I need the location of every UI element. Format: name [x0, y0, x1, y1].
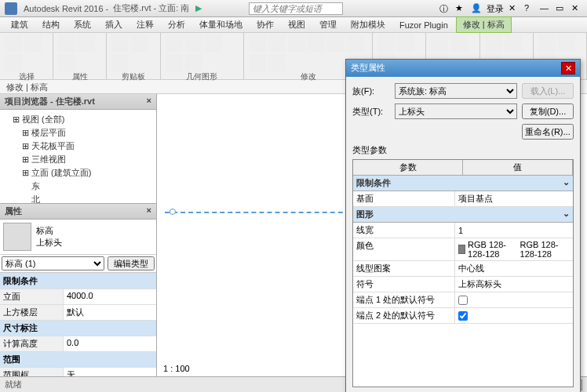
ribbon-tool[interactable]: [558, 34, 575, 52]
menu-4[interactable]: 注释: [130, 17, 160, 32]
menu-11[interactable]: Fuzor Plugin: [393, 19, 454, 31]
param-value[interactable]: 1: [455, 223, 573, 238]
ribbon-tool[interactable]: [24, 34, 42, 52]
ribbon-tool[interactable]: [347, 34, 364, 52]
section-graphics[interactable]: 图形⌄: [353, 207, 573, 223]
menu-7[interactable]: 协作: [250, 17, 280, 32]
menu-6[interactable]: 体量和场地: [193, 17, 249, 32]
maximize-icon[interactable]: ▭: [556, 3, 567, 14]
ribbon-tool[interactable]: [327, 34, 345, 52]
type-select[interactable]: 上标头: [395, 103, 517, 119]
ribbon-tool[interactable]: [249, 34, 266, 52]
prop-row: 计算高度0.0: [0, 336, 156, 351]
ribbon-tool[interactable]: [450, 34, 468, 52]
param-value[interactable]: 中心线: [455, 261, 573, 276]
menu-2[interactable]: 系统: [67, 17, 97, 32]
info-icon[interactable]: ⓘ: [439, 3, 450, 14]
ribbon-tool[interactable]: [78, 34, 95, 52]
type-selector-head[interactable]: 标高 上标头: [0, 220, 156, 254]
param-name: 基面: [353, 191, 455, 206]
prop-value[interactable]: 4000.0: [63, 289, 156, 304]
level-endpoint[interactable]: [170, 209, 176, 215]
edit-type-button[interactable]: 编辑类型: [108, 256, 155, 270]
dialog-close-icon[interactable]: ✕: [561, 62, 575, 74]
panel-close-icon[interactable]: ×: [147, 205, 151, 217]
color-swatch[interactable]: [458, 245, 465, 254]
help-icon[interactable]: ?: [524, 3, 535, 14]
ribbon-tool[interactable]: [5, 34, 22, 52]
tree-item[interactable]: 东: [3, 180, 153, 193]
ribbon-tool[interactable]: [205, 34, 222, 52]
prop-value[interactable]: 无: [63, 368, 156, 376]
left-panel: 项目浏览器 - 住宅楼.rvt × ⊞ 视图 (全部)⊞ 楼层平面⊞ 天花板平面…: [0, 94, 157, 376]
project-browser-tree[interactable]: ⊞ 视图 (全部)⊞ 楼层平面⊞ 天花板平面⊞ 三维视图⊞ 立面 (建筑立面)东…: [0, 110, 156, 204]
ribbon-tool[interactable]: [377, 34, 395, 52]
ribbon-tool[interactable]: [268, 54, 286, 71]
menu-9[interactable]: 管理: [313, 17, 343, 32]
section-constraints[interactable]: 限制条件⌄: [353, 176, 573, 191]
star-icon[interactable]: ★: [455, 3, 466, 14]
param-checkbox[interactable]: [458, 296, 468, 305]
menu-1[interactable]: 结构: [36, 17, 66, 32]
ribbon-tool[interactable]: [268, 34, 286, 52]
prop-value[interactable]: 默认: [63, 305, 156, 320]
tree-item[interactable]: 北: [3, 193, 153, 204]
close-window-icon[interactable]: ✕: [571, 3, 582, 14]
browser-title: 项目浏览器 - 住宅楼.rvt ×: [0, 94, 156, 110]
exchange-icon[interactable]: ✕: [509, 3, 520, 14]
properties-panel: 标高 上标头 标高 (1) 编辑类型 限制条件 立面4000.0上方楼层默认 尺…: [0, 220, 156, 376]
dialog-titlebar[interactable]: 类型属性 ✕: [346, 60, 580, 77]
ribbon-tool[interactable]: [485, 34, 502, 52]
duplicate-button[interactable]: 复制(D)...: [522, 103, 574, 119]
ribbon-tool[interactable]: [5, 54, 22, 71]
param-table: 参数 值 限制条件⌄ 基面 项目基点 图形⌄ 线宽1颜色RGB 128-128-…: [352, 159, 574, 387]
ribbon-tool[interactable]: [185, 54, 202, 71]
ribbon-tool[interactable]: [249, 54, 266, 71]
param-checkbox[interactable]: [458, 311, 468, 321]
table-row: 符号上标高标头: [353, 277, 573, 292]
instance-selector[interactable]: 标高 (1): [2, 256, 104, 270]
menu-10[interactable]: 附加模块: [345, 17, 392, 32]
menu-12[interactable]: 修改 | 标高: [456, 16, 512, 33]
login-label[interactable]: 登录: [487, 3, 504, 14]
menu-5[interactable]: 分析: [162, 17, 191, 32]
ribbon-tool[interactable]: [538, 34, 556, 52]
param-value[interactable]: [455, 308, 573, 323]
param-value[interactable]: 上标高标头: [455, 277, 573, 292]
family-select[interactable]: 系统族: 标高: [395, 83, 517, 99]
menu-0[interactable]: 建筑: [5, 17, 35, 32]
ribbon-tool[interactable]: [58, 54, 75, 71]
ribbon-tool[interactable]: [166, 34, 183, 52]
prop-key: 计算高度: [0, 336, 63, 351]
tree-item[interactable]: ⊞ 楼层平面: [3, 126, 153, 140]
scale-label[interactable]: 1 : 100: [163, 364, 190, 373]
table-row: 线宽1: [353, 223, 573, 238]
ribbon-tool[interactable]: [111, 34, 129, 52]
ribbon-tool[interactable]: [58, 34, 75, 52]
ribbon-tool[interactable]: [431, 34, 448, 52]
ribbon-tool[interactable]: [166, 54, 183, 71]
menu-8[interactable]: 视图: [282, 17, 312, 32]
ribbon-tool[interactable]: [185, 34, 202, 52]
ribbon-tool[interactable]: [131, 34, 148, 52]
tree-item[interactable]: ⊞ 天花板平面: [3, 140, 153, 153]
user-icon[interactable]: 👤: [471, 3, 482, 14]
ribbon-tool[interactable]: [397, 34, 414, 52]
tree-item[interactable]: ⊞ 立面 (建筑立面): [3, 166, 153, 180]
menu-3[interactable]: 插入: [99, 17, 129, 32]
panel-close-icon[interactable]: ×: [147, 96, 151, 107]
param-value[interactable]: [455, 292, 573, 307]
ribbon-tool[interactable]: [308, 34, 325, 52]
rename-button[interactable]: 重命名(R)...: [522, 124, 574, 140]
ribbon-tool[interactable]: [111, 54, 129, 71]
tree-item[interactable]: ⊞ 三维视图: [3, 153, 153, 166]
play-icon[interactable]: ▶: [195, 3, 202, 13]
ribbon-tool[interactable]: [288, 34, 305, 52]
ribbon-tool[interactable]: [505, 34, 522, 52]
prop-value[interactable]: 0.0: [63, 336, 156, 351]
param-value[interactable]: 项目基点: [455, 191, 573, 206]
tree-item[interactable]: ⊞ 视图 (全部): [3, 113, 153, 126]
minimize-icon[interactable]: —: [540, 3, 551, 14]
help-search-input[interactable]: [249, 2, 343, 15]
param-value[interactable]: RGB 128-128-128 RGB 128-128-128: [455, 238, 573, 260]
